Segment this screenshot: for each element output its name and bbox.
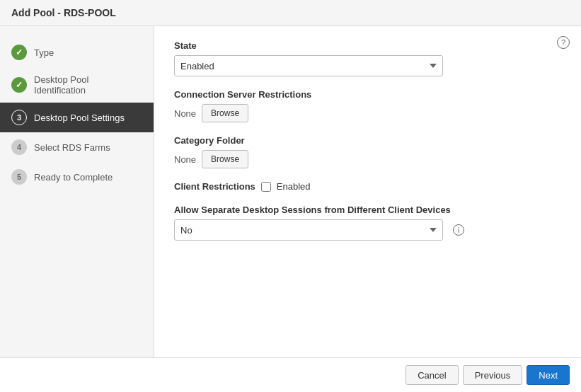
step-badge-ready: 5 (11, 169, 27, 185)
step-num-settings: 3 (17, 113, 21, 122)
sidebar-item-identification[interactable]: ✓ Desktop Pool Identification (0, 67, 154, 103)
step-num-rds-farms: 4 (17, 143, 21, 151)
previous-button[interactable]: Previous (463, 365, 523, 385)
step-badge-rds-farms: 4 (11, 139, 27, 155)
window: Add Pool - RDS-POOL ✓ Type ✓ Desktop Poo… (0, 0, 581, 392)
category-folder-field-group: Category Folder None Browse (174, 135, 561, 168)
footer: Cancel Previous Next (0, 357, 581, 392)
step-badge-settings: 3 (11, 110, 27, 125)
connection-server-browse-button[interactable]: Browse (202, 104, 248, 122)
step-badge-identification: ✓ (11, 77, 27, 93)
next-button[interactable]: Next (527, 365, 570, 385)
client-restrictions-row: Client Restrictions Enabled (174, 181, 561, 192)
window-title: Add Pool - RDS-POOL (11, 7, 116, 18)
sidebar-item-type[interactable]: ✓ Type (0, 38, 154, 67)
connection-server-field-group: Connection Server Restrictions None Brow… (174, 89, 561, 122)
state-select[interactable]: Enabled Disabled (174, 55, 443, 76)
connection-server-label: Connection Server Restrictions (174, 89, 561, 100)
client-restrictions-label: Client Restrictions (174, 181, 255, 192)
state-label: State (174, 40, 561, 51)
sidebar-item-settings[interactable]: 3 Desktop Pool Settings (0, 103, 154, 132)
sidebar-item-label-settings: Desktop Pool Settings (34, 113, 125, 123)
client-restrictions-field-group: Client Restrictions Enabled (174, 181, 561, 192)
help-icon[interactable]: ? (557, 36, 570, 49)
sidebar-item-label-ready: Ready to Complete (34, 172, 113, 183)
category-folder-row: None Browse (174, 150, 561, 168)
category-folder-label: Category Folder (174, 135, 561, 146)
category-folder-none: None (174, 154, 196, 165)
cancel-button[interactable]: Cancel (405, 365, 458, 385)
sidebar-item-label-type: Type (34, 47, 54, 58)
allow-separate-info-icon[interactable]: i (453, 224, 464, 236)
category-folder-browse-button[interactable]: Browse (202, 150, 248, 168)
sidebar-item-rds-farms[interactable]: 4 Select RDS Farms (0, 132, 154, 162)
client-restrictions-checkbox[interactable] (261, 182, 271, 192)
allow-separate-select[interactable]: No Yes (174, 219, 443, 241)
connection-server-row: None Browse (174, 104, 561, 122)
step-badge-type: ✓ (11, 45, 27, 60)
allow-separate-label: Allow Separate Desktop Sessions from Dif… (174, 204, 561, 215)
connection-server-none: None (174, 108, 196, 119)
content-area: ✓ Type ✓ Desktop Pool Identification 3 D… (0, 26, 581, 357)
allow-separate-row: No Yes i (174, 219, 561, 241)
sidebar: ✓ Type ✓ Desktop Pool Identification 3 D… (0, 26, 154, 357)
allow-separate-field-group: Allow Separate Desktop Sessions from Dif… (174, 204, 561, 241)
step-num-ready: 5 (17, 173, 21, 181)
check-icon-type: ✓ (16, 47, 23, 57)
state-field-group: State Enabled Disabled (174, 40, 561, 76)
main-panel: ? State Enabled Disabled Connection Serv… (154, 26, 581, 357)
sidebar-item-label-identification: Desktop Pool Identification (34, 74, 142, 96)
sidebar-item-label-rds-farms: Select RDS Farms (34, 142, 110, 153)
title-bar: Add Pool - RDS-POOL (0, 0, 581, 26)
help-icon-symbol: ? (561, 38, 565, 47)
client-restrictions-checkbox-label: Enabled (277, 181, 311, 192)
sidebar-item-ready[interactable]: 5 Ready to Complete (0, 162, 154, 192)
check-icon-identification: ✓ (16, 80, 23, 90)
